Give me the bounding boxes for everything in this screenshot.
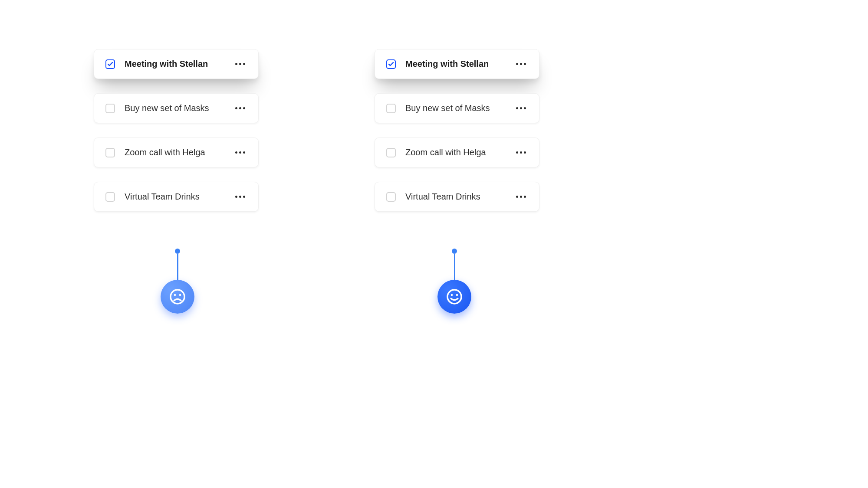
more-icon[interactable] xyxy=(514,105,528,111)
svg-point-0 xyxy=(171,290,184,304)
happy-face-icon xyxy=(437,280,471,314)
task-card[interactable]: Virtual Team Drinks xyxy=(375,182,539,212)
task-list-right: Meeting with Stellan Buy new set of Mask… xyxy=(375,49,539,226)
more-icon[interactable] xyxy=(233,150,247,155)
checkbox-unchecked-icon[interactable] xyxy=(386,148,396,157)
task-card[interactable]: Buy new set of Masks xyxy=(375,93,539,123)
sad-face-icon xyxy=(161,280,194,314)
more-icon[interactable] xyxy=(233,194,247,200)
more-icon[interactable] xyxy=(514,61,528,67)
task-card[interactable]: Virtual Team Drinks xyxy=(94,182,259,212)
checkbox-unchecked-icon[interactable] xyxy=(105,148,115,157)
task-card[interactable]: Zoom call with Helga xyxy=(94,138,259,167)
svg-point-3 xyxy=(447,290,461,304)
task-title: Buy new set of Masks xyxy=(405,103,505,113)
task-list-left: Meeting with Stellan Buy new set of Mask… xyxy=(94,49,259,226)
more-icon[interactable] xyxy=(514,150,528,155)
more-icon[interactable] xyxy=(514,194,528,200)
indicator-dot-icon xyxy=(452,249,457,254)
checkbox-checked-icon[interactable] xyxy=(105,59,115,69)
task-card[interactable]: Buy new set of Masks xyxy=(94,93,259,123)
checkbox-checked-icon[interactable] xyxy=(386,59,396,69)
task-card[interactable]: Meeting with Stellan xyxy=(94,49,259,79)
task-title: Virtual Team Drinks xyxy=(125,192,224,202)
task-title: Buy new set of Masks xyxy=(125,103,224,113)
task-title: Zoom call with Helga xyxy=(405,147,505,157)
indicator-dot-icon xyxy=(175,249,180,254)
task-title: Meeting with Stellan xyxy=(405,59,505,69)
svg-point-1 xyxy=(174,294,176,296)
task-card[interactable]: Meeting with Stellan xyxy=(375,49,539,79)
task-title: Meeting with Stellan xyxy=(125,59,224,69)
task-title: Virtual Team Drinks xyxy=(405,192,505,202)
more-icon[interactable] xyxy=(233,105,247,111)
indicator-line xyxy=(454,254,455,280)
checkbox-unchecked-icon[interactable] xyxy=(386,104,396,113)
svg-point-4 xyxy=(451,294,453,296)
indicator-line xyxy=(177,254,178,280)
checkbox-unchecked-icon[interactable] xyxy=(105,104,115,113)
checkbox-unchecked-icon[interactable] xyxy=(386,192,396,202)
task-title: Zoom call with Helga xyxy=(125,147,224,157)
more-icon[interactable] xyxy=(233,61,247,67)
svg-point-5 xyxy=(456,294,458,296)
mood-indicator-sad xyxy=(161,249,194,314)
task-card[interactable]: Zoom call with Helga xyxy=(375,138,539,167)
mood-indicator-happy xyxy=(437,249,471,314)
svg-point-2 xyxy=(179,294,181,296)
checkbox-unchecked-icon[interactable] xyxy=(105,192,115,202)
